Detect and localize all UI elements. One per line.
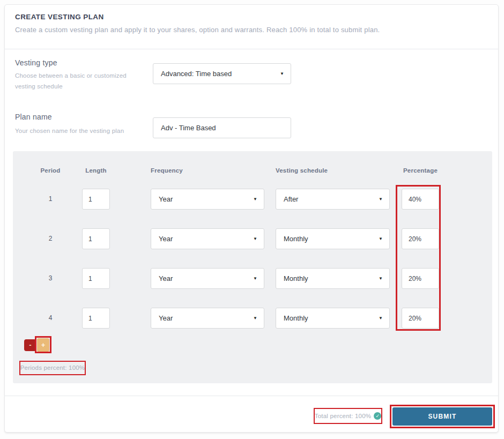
chevron-down-icon: ▼ [253, 276, 257, 281]
create-vesting-plan-page: CREATE VESTING PLAN Create a custom vest… [0, 0, 504, 439]
length-input[interactable] [82, 189, 110, 210]
header-divider [5, 49, 498, 49]
frequency-value: Year [159, 274, 253, 282]
plan-name-label: Plan name [15, 113, 52, 121]
percentage-input[interactable] [402, 268, 439, 289]
length-input[interactable] [82, 268, 110, 289]
frequency-select[interactable]: Year ▼ [151, 228, 264, 249]
chevron-down-icon: ▼ [379, 197, 383, 202]
period-number: 4 [34, 308, 66, 329]
remove-period-button[interactable]: - [24, 339, 36, 351]
chevron-down-icon: ▼ [379, 236, 383, 241]
schedule-value: Monthly [284, 314, 379, 322]
plan-name-input[interactable] [153, 117, 291, 138]
col-header-frequency: Frequency [151, 167, 183, 174]
vesting-type-help: Choose between a basic or customized ves… [15, 70, 144, 92]
length-input[interactable] [82, 228, 110, 249]
table-row: 1 Year ▼ After ▼ [13, 189, 492, 210]
vesting-schedule-select[interactable]: Monthly ▼ [276, 228, 390, 249]
table-row: 4 Year ▼ Monthly ▼ [13, 308, 492, 329]
chevron-down-icon: ▼ [253, 236, 257, 241]
chevron-down-icon: ▼ [379, 276, 383, 281]
check-circle-icon: ✓ [374, 412, 381, 420]
length-input[interactable] [82, 308, 110, 329]
frequency-value: Year [159, 195, 253, 203]
percentage-input[interactable] [402, 189, 439, 210]
page-subtitle: Create a custom vesting plan and apply i… [15, 26, 380, 34]
frequency-select[interactable]: Year ▼ [151, 268, 264, 289]
col-header-period: Period [34, 167, 66, 174]
chevron-down-icon: ▼ [253, 316, 257, 321]
periods-table: Period Length Frequency Vesting schedule… [13, 151, 492, 383]
frequency-select[interactable]: Year ▼ [151, 308, 264, 329]
vesting-type-value: Advanced: Time based [161, 70, 280, 78]
period-number: 3 [34, 268, 66, 289]
vesting-type-label: Vesting type [15, 58, 57, 67]
period-number: 1 [34, 189, 66, 210]
periods-percent-label: Periods percent: 100% [19, 361, 86, 375]
period-number: 2 [34, 228, 66, 249]
vesting-schedule-select[interactable]: After ▼ [276, 189, 390, 210]
total-percent-label: Total percent: 100% [315, 413, 371, 419]
vesting-type-select[interactable]: Advanced: Time based ▼ [153, 63, 291, 84]
vesting-schedule-select[interactable]: Monthly ▼ [276, 268, 390, 289]
frequency-select[interactable]: Year ▼ [151, 189, 264, 210]
vesting-schedule-select[interactable]: Monthly ▼ [276, 308, 390, 329]
frequency-value: Year [159, 314, 253, 322]
chevron-down-icon: ▼ [253, 197, 257, 202]
schedule-value: After [284, 195, 379, 203]
footer-divider [5, 396, 498, 396]
submit-button[interactable]: SUBMIT [392, 407, 492, 426]
total-percent: Total percent: 100% ✓ [314, 408, 382, 424]
table-row: 3 Year ▼ Monthly ▼ [13, 268, 492, 289]
table-row: 2 Year ▼ Monthly ▼ [13, 228, 492, 249]
vesting-plan-card: CREATE VESTING PLAN Create a custom vest… [4, 4, 499, 433]
page-title: CREATE VESTING PLAN [15, 13, 104, 21]
chevron-down-icon: ▼ [379, 316, 383, 321]
add-period-button[interactable]: + [37, 338, 49, 352]
frequency-value: Year [159, 235, 253, 243]
col-header-percentage: Percentage [402, 167, 439, 174]
col-header-length: Length [82, 167, 110, 174]
schedule-value: Monthly [284, 274, 379, 282]
schedule-value: Monthly [284, 235, 379, 243]
percentage-input[interactable] [402, 308, 439, 329]
plan-name-help: Your chosen name for the vesting plan [15, 125, 154, 136]
percentage-input[interactable] [402, 228, 439, 249]
chevron-down-icon: ▼ [280, 71, 284, 76]
col-header-schedule: Vesting schedule [276, 167, 328, 174]
